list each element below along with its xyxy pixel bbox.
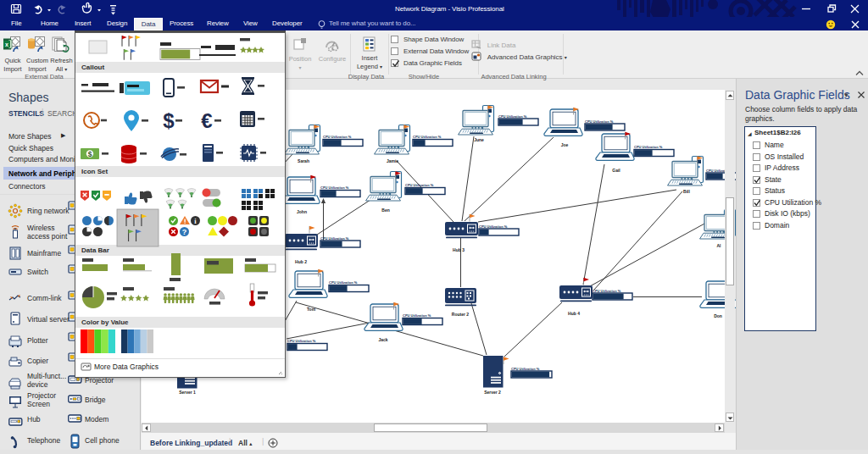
svg-text:€: € (201, 109, 212, 132)
svg-text:CPU Utilization %: CPU Utilization % (593, 289, 621, 293)
svg-text:Ben: Ben (381, 208, 389, 213)
svg-text:CPU Utilization %: CPU Utilization % (585, 119, 614, 124)
svg-text:CPU Utilization %: CPU Utilization % (405, 183, 434, 187)
svg-text:CPU Utilization %: CPU Utilization % (511, 367, 540, 371)
svg-text:CPU Utilization %: CPU Utilization % (287, 339, 316, 343)
svg-text:Bill: Bill (683, 189, 690, 194)
svg-text:CPU Utilization %: CPU Utilization % (634, 145, 663, 149)
svg-text:?: ? (182, 228, 187, 236)
svg-text:Jamie: Jamie (387, 158, 398, 163)
svg-text:CPU Utilization %: CPU Utilization % (320, 236, 349, 241)
svg-text:Hub 3: Hub 3 (453, 247, 465, 252)
svg-text:$: $ (88, 150, 92, 158)
svg-text:CPU Utilization %: CPU Utilization % (498, 114, 527, 119)
svg-text:Server 2: Server 2 (484, 390, 501, 395)
svg-text:CPU Utilization %: CPU Utilization % (323, 135, 352, 139)
svg-text:Router 2: Router 2 (452, 312, 470, 317)
svg-text:Sarah: Sarah (298, 158, 309, 163)
svg-text:John: John (297, 209, 307, 214)
svg-text:June: June (474, 137, 484, 142)
svg-text:CPU Utilization %: CPU Utilization % (320, 185, 349, 190)
svg-text:Tom: Tom (307, 307, 316, 312)
svg-text:Hub 2: Hub 2 (295, 259, 307, 264)
svg-text:Joe: Joe (561, 142, 569, 147)
svg-text:CPU Utilization %: CPU Utilization % (329, 280, 358, 285)
svg-text:Al: Al (717, 243, 722, 248)
svg-text:Server 1: Server 1 (179, 390, 196, 395)
svg-text:CPU Utilization %: CPU Utilization % (413, 135, 442, 139)
svg-text:Hub 4: Hub 4 (568, 311, 580, 316)
svg-text:Jack: Jack (378, 337, 387, 342)
svg-text:$: $ (163, 109, 175, 132)
svg-text:x: x (5, 42, 8, 47)
svg-text:CPU Utilization %: CPU Utilization % (403, 313, 431, 318)
svg-text:CPU Utilization %: CPU Utilization % (479, 224, 508, 229)
svg-text:Gail: Gail (612, 168, 620, 173)
svg-text:Don: Don (714, 313, 722, 318)
